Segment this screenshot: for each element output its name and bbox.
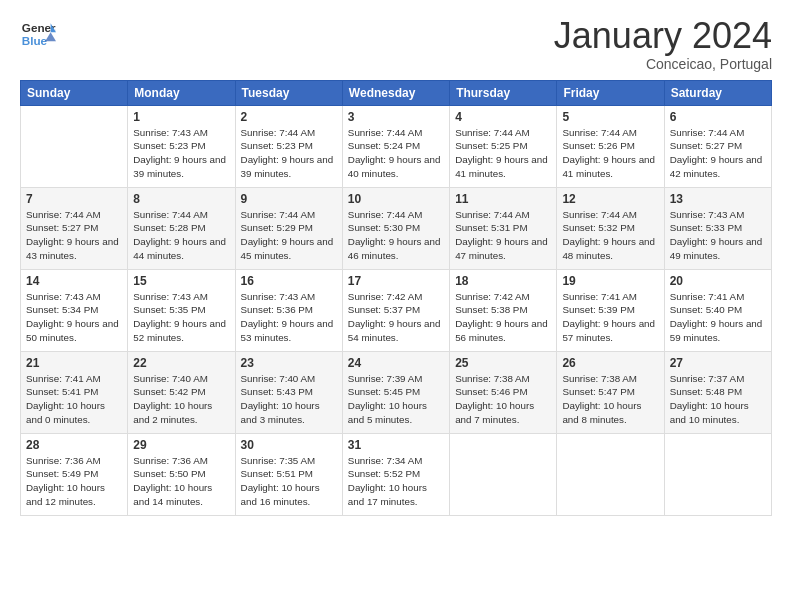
logo-icon: General Blue <box>20 16 56 52</box>
calendar-cell: 28Sunrise: 7:36 AMSunset: 5:49 PMDayligh… <box>21 433 128 515</box>
day-number: 28 <box>26 438 122 452</box>
day-info: Sunrise: 7:39 AMSunset: 5:45 PMDaylight:… <box>348 372 444 427</box>
day-number: 19 <box>562 274 658 288</box>
calendar-cell <box>21 105 128 187</box>
day-info: Sunrise: 7:43 AMSunset: 5:36 PMDaylight:… <box>241 290 337 345</box>
day-info: Sunrise: 7:44 AMSunset: 5:26 PMDaylight:… <box>562 126 658 181</box>
day-info: Sunrise: 7:43 AMSunset: 5:34 PMDaylight:… <box>26 290 122 345</box>
day-info: Sunrise: 7:44 AMSunset: 5:29 PMDaylight:… <box>241 208 337 263</box>
day-number: 22 <box>133 356 229 370</box>
calendar-cell: 15Sunrise: 7:43 AMSunset: 5:35 PMDayligh… <box>128 269 235 351</box>
calendar-cell <box>557 433 664 515</box>
day-info: Sunrise: 7:37 AMSunset: 5:48 PMDaylight:… <box>670 372 766 427</box>
day-number: 8 <box>133 192 229 206</box>
day-info: Sunrise: 7:44 AMSunset: 5:23 PMDaylight:… <box>241 126 337 181</box>
calendar-cell: 7Sunrise: 7:44 AMSunset: 5:27 PMDaylight… <box>21 187 128 269</box>
calendar-cell: 25Sunrise: 7:38 AMSunset: 5:46 PMDayligh… <box>450 351 557 433</box>
day-info: Sunrise: 7:41 AMSunset: 5:41 PMDaylight:… <box>26 372 122 427</box>
day-info: Sunrise: 7:44 AMSunset: 5:27 PMDaylight:… <box>670 126 766 181</box>
day-info: Sunrise: 7:44 AMSunset: 5:27 PMDaylight:… <box>26 208 122 263</box>
calendar-cell: 5Sunrise: 7:44 AMSunset: 5:26 PMDaylight… <box>557 105 664 187</box>
calendar-header-row: SundayMondayTuesdayWednesdayThursdayFrid… <box>21 80 772 105</box>
calendar-cell: 16Sunrise: 7:43 AMSunset: 5:36 PMDayligh… <box>235 269 342 351</box>
col-header-wednesday: Wednesday <box>342 80 449 105</box>
day-number: 20 <box>670 274 766 288</box>
day-number: 24 <box>348 356 444 370</box>
calendar: SundayMondayTuesdayWednesdayThursdayFrid… <box>20 80 772 516</box>
calendar-week-row: 21Sunrise: 7:41 AMSunset: 5:41 PMDayligh… <box>21 351 772 433</box>
calendar-cell: 10Sunrise: 7:44 AMSunset: 5:30 PMDayligh… <box>342 187 449 269</box>
calendar-cell: 27Sunrise: 7:37 AMSunset: 5:48 PMDayligh… <box>664 351 771 433</box>
day-info: Sunrise: 7:43 AMSunset: 5:33 PMDaylight:… <box>670 208 766 263</box>
calendar-cell: 8Sunrise: 7:44 AMSunset: 5:28 PMDaylight… <box>128 187 235 269</box>
calendar-cell: 18Sunrise: 7:42 AMSunset: 5:38 PMDayligh… <box>450 269 557 351</box>
day-info: Sunrise: 7:38 AMSunset: 5:46 PMDaylight:… <box>455 372 551 427</box>
day-number: 3 <box>348 110 444 124</box>
col-header-friday: Friday <box>557 80 664 105</box>
day-info: Sunrise: 7:38 AMSunset: 5:47 PMDaylight:… <box>562 372 658 427</box>
calendar-cell: 9Sunrise: 7:44 AMSunset: 5:29 PMDaylight… <box>235 187 342 269</box>
col-header-monday: Monday <box>128 80 235 105</box>
calendar-cell <box>664 433 771 515</box>
day-info: Sunrise: 7:43 AMSunset: 5:23 PMDaylight:… <box>133 126 229 181</box>
calendar-cell: 4Sunrise: 7:44 AMSunset: 5:25 PMDaylight… <box>450 105 557 187</box>
calendar-cell: 1Sunrise: 7:43 AMSunset: 5:23 PMDaylight… <box>128 105 235 187</box>
day-info: Sunrise: 7:43 AMSunset: 5:35 PMDaylight:… <box>133 290 229 345</box>
calendar-cell <box>450 433 557 515</box>
day-info: Sunrise: 7:44 AMSunset: 5:24 PMDaylight:… <box>348 126 444 181</box>
day-number: 29 <box>133 438 229 452</box>
day-info: Sunrise: 7:36 AMSunset: 5:49 PMDaylight:… <box>26 454 122 509</box>
day-number: 13 <box>670 192 766 206</box>
calendar-cell: 14Sunrise: 7:43 AMSunset: 5:34 PMDayligh… <box>21 269 128 351</box>
calendar-cell: 6Sunrise: 7:44 AMSunset: 5:27 PMDaylight… <box>664 105 771 187</box>
calendar-cell: 22Sunrise: 7:40 AMSunset: 5:42 PMDayligh… <box>128 351 235 433</box>
calendar-cell: 30Sunrise: 7:35 AMSunset: 5:51 PMDayligh… <box>235 433 342 515</box>
day-number: 14 <box>26 274 122 288</box>
month-title: January 2024 <box>554 16 772 56</box>
calendar-week-row: 14Sunrise: 7:43 AMSunset: 5:34 PMDayligh… <box>21 269 772 351</box>
day-number: 23 <box>241 356 337 370</box>
day-number: 2 <box>241 110 337 124</box>
day-number: 5 <box>562 110 658 124</box>
day-number: 25 <box>455 356 551 370</box>
calendar-cell: 29Sunrise: 7:36 AMSunset: 5:50 PMDayligh… <box>128 433 235 515</box>
day-info: Sunrise: 7:36 AMSunset: 5:50 PMDaylight:… <box>133 454 229 509</box>
calendar-cell: 21Sunrise: 7:41 AMSunset: 5:41 PMDayligh… <box>21 351 128 433</box>
day-number: 10 <box>348 192 444 206</box>
calendar-cell: 20Sunrise: 7:41 AMSunset: 5:40 PMDayligh… <box>664 269 771 351</box>
day-info: Sunrise: 7:44 AMSunset: 5:30 PMDaylight:… <box>348 208 444 263</box>
calendar-cell: 26Sunrise: 7:38 AMSunset: 5:47 PMDayligh… <box>557 351 664 433</box>
calendar-cell: 13Sunrise: 7:43 AMSunset: 5:33 PMDayligh… <box>664 187 771 269</box>
calendar-cell: 31Sunrise: 7:34 AMSunset: 5:52 PMDayligh… <box>342 433 449 515</box>
day-number: 30 <box>241 438 337 452</box>
calendar-cell: 19Sunrise: 7:41 AMSunset: 5:39 PMDayligh… <box>557 269 664 351</box>
day-info: Sunrise: 7:34 AMSunset: 5:52 PMDaylight:… <box>348 454 444 509</box>
calendar-cell: 3Sunrise: 7:44 AMSunset: 5:24 PMDaylight… <box>342 105 449 187</box>
day-info: Sunrise: 7:40 AMSunset: 5:42 PMDaylight:… <box>133 372 229 427</box>
day-number: 12 <box>562 192 658 206</box>
calendar-cell: 24Sunrise: 7:39 AMSunset: 5:45 PMDayligh… <box>342 351 449 433</box>
day-info: Sunrise: 7:42 AMSunset: 5:37 PMDaylight:… <box>348 290 444 345</box>
page: General Blue January 2024 Conceicao, Por… <box>0 0 792 612</box>
calendar-week-row: 7Sunrise: 7:44 AMSunset: 5:27 PMDaylight… <box>21 187 772 269</box>
day-number: 15 <box>133 274 229 288</box>
col-header-sunday: Sunday <box>21 80 128 105</box>
day-info: Sunrise: 7:44 AMSunset: 5:32 PMDaylight:… <box>562 208 658 263</box>
day-number: 11 <box>455 192 551 206</box>
calendar-cell: 17Sunrise: 7:42 AMSunset: 5:37 PMDayligh… <box>342 269 449 351</box>
day-number: 31 <box>348 438 444 452</box>
header: General Blue January 2024 Conceicao, Por… <box>20 16 772 72</box>
calendar-cell: 2Sunrise: 7:44 AMSunset: 5:23 PMDaylight… <box>235 105 342 187</box>
logo: General Blue <box>20 16 56 52</box>
day-info: Sunrise: 7:44 AMSunset: 5:31 PMDaylight:… <box>455 208 551 263</box>
day-number: 27 <box>670 356 766 370</box>
day-number: 1 <box>133 110 229 124</box>
day-info: Sunrise: 7:44 AMSunset: 5:28 PMDaylight:… <box>133 208 229 263</box>
day-info: Sunrise: 7:44 AMSunset: 5:25 PMDaylight:… <box>455 126 551 181</box>
calendar-cell: 12Sunrise: 7:44 AMSunset: 5:32 PMDayligh… <box>557 187 664 269</box>
calendar-week-row: 1Sunrise: 7:43 AMSunset: 5:23 PMDaylight… <box>21 105 772 187</box>
day-number: 18 <box>455 274 551 288</box>
day-number: 16 <box>241 274 337 288</box>
day-info: Sunrise: 7:42 AMSunset: 5:38 PMDaylight:… <box>455 290 551 345</box>
col-header-tuesday: Tuesday <box>235 80 342 105</box>
